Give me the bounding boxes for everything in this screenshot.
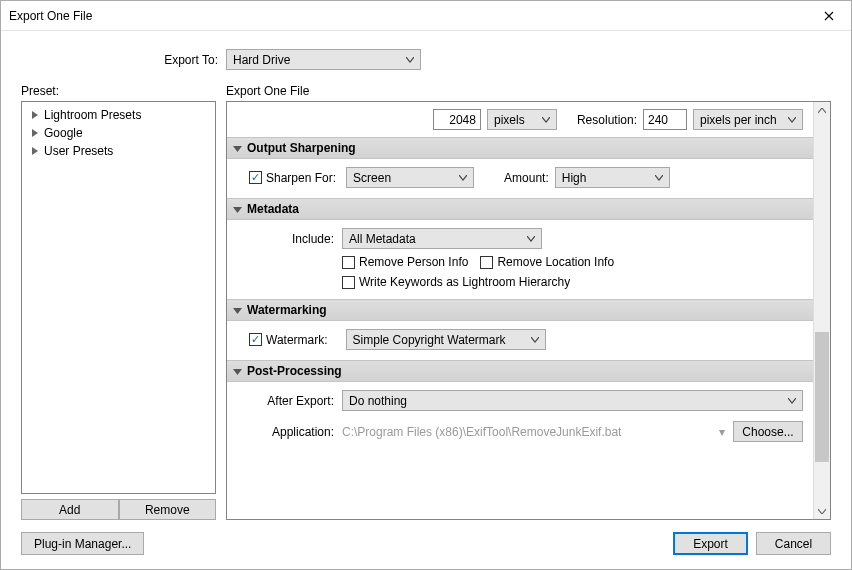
- preset-item-label: Lightroom Presets: [44, 108, 141, 122]
- section-output-sharpening[interactable]: Output Sharpening: [227, 137, 813, 159]
- triangle-down-icon: [233, 205, 242, 214]
- write-keywords-label: Write Keywords as Lightroom Hierarchy: [359, 275, 570, 289]
- settings-scrollarea: pixels Resolution: pixels per inch Outpu…: [227, 102, 813, 519]
- section-metadata[interactable]: Metadata: [227, 198, 813, 220]
- include-select[interactable]: All Metadata: [342, 228, 542, 249]
- after-export-select[interactable]: Do nothing: [342, 390, 803, 411]
- export-button[interactable]: Export: [673, 532, 748, 555]
- preset-item-label: User Presets: [44, 144, 113, 158]
- remove-location-checkbox[interactable]: [480, 256, 493, 269]
- resolution-label: Resolution:: [577, 113, 637, 127]
- triangle-right-icon: [30, 129, 40, 137]
- close-icon: [824, 11, 834, 21]
- size-unit-select[interactable]: pixels: [487, 109, 557, 130]
- export-to-value: Hard Drive: [233, 53, 290, 67]
- triangle-right-icon: [30, 111, 40, 119]
- sharpen-for-checkbox[interactable]: [249, 171, 262, 184]
- export-to-select[interactable]: Hard Drive: [226, 49, 421, 70]
- chevron-down-icon: [459, 175, 467, 181]
- scrollbar-thumb[interactable]: [815, 332, 829, 462]
- scroll-down-icon[interactable]: [814, 502, 830, 519]
- application-path: C:\Program Files (x86)\ExifTool\RemoveJu…: [342, 425, 711, 439]
- remove-preset-button[interactable]: Remove: [119, 499, 217, 520]
- cancel-button[interactable]: Cancel: [756, 532, 831, 555]
- watermark-select[interactable]: Simple Copyright Watermark: [346, 329, 546, 350]
- sharpen-for-select[interactable]: Screen: [346, 167, 474, 188]
- section-post-processing[interactable]: Post-Processing: [227, 360, 813, 382]
- watermark-label: Watermark:: [266, 333, 328, 347]
- size-input[interactable]: [433, 109, 481, 130]
- resolution-input[interactable]: [643, 109, 687, 130]
- settings-label: Export One File: [226, 84, 831, 98]
- application-label: Application:: [237, 425, 342, 439]
- preset-item[interactable]: User Presets: [24, 142, 213, 160]
- after-export-label: After Export:: [237, 394, 342, 408]
- close-button[interactable]: [806, 2, 851, 30]
- window-title: Export One File: [9, 9, 806, 23]
- chevron-down-icon: [527, 236, 535, 242]
- chevron-down-icon: ▾: [719, 425, 725, 439]
- remove-person-checkbox[interactable]: [342, 256, 355, 269]
- remove-person-label: Remove Person Info: [359, 255, 468, 269]
- scroll-up-icon[interactable]: [814, 102, 830, 119]
- triangle-down-icon: [233, 144, 242, 153]
- add-preset-button[interactable]: Add: [21, 499, 119, 520]
- amount-label: Amount:: [504, 171, 549, 185]
- preset-label: Preset:: [21, 84, 216, 98]
- remove-location-label: Remove Location Info: [497, 255, 614, 269]
- watermark-checkbox[interactable]: [249, 333, 262, 346]
- titlebar: Export One File: [1, 1, 851, 31]
- amount-select[interactable]: High: [555, 167, 670, 188]
- triangle-down-icon: [233, 367, 242, 376]
- scrollbar[interactable]: [813, 102, 830, 519]
- resolution-unit-select[interactable]: pixels per inch: [693, 109, 803, 130]
- plugin-manager-button[interactable]: Plug-in Manager...: [21, 532, 144, 555]
- triangle-right-icon: [30, 147, 40, 155]
- triangle-down-icon: [233, 306, 242, 315]
- chevron-down-icon: [406, 57, 414, 63]
- chevron-down-icon: [531, 337, 539, 343]
- export-dialog: Export One File Export To: Hard Drive Pr…: [0, 0, 852, 570]
- preset-item[interactable]: Google: [24, 124, 213, 142]
- chevron-down-icon: [542, 117, 550, 123]
- sharpen-for-label: Sharpen For:: [266, 171, 336, 185]
- choose-button[interactable]: Choose...: [733, 421, 803, 442]
- preset-item-label: Google: [44, 126, 83, 140]
- preset-item[interactable]: Lightroom Presets: [24, 106, 213, 124]
- section-watermarking[interactable]: Watermarking: [227, 299, 813, 321]
- preset-list[interactable]: Lightroom Presets Google User Presets: [21, 101, 216, 494]
- export-to-label: Export To:: [21, 53, 226, 67]
- include-label: Include:: [237, 232, 342, 246]
- chevron-down-icon: [788, 117, 796, 123]
- chevron-down-icon: [788, 398, 796, 404]
- write-keywords-checkbox[interactable]: [342, 276, 355, 289]
- chevron-down-icon: [655, 175, 663, 181]
